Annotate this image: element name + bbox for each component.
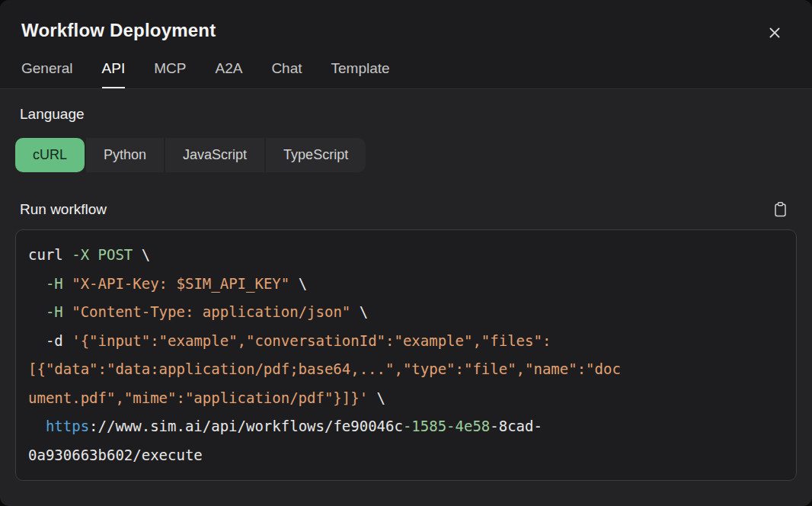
- tab-bar: GeneralAPIMCPA2AChatTemplate: [21, 60, 791, 88]
- tab-api[interactable]: API: [102, 60, 126, 88]
- language-option-javascript[interactable]: JavaScript: [165, 138, 264, 172]
- tab-a2a[interactable]: A2A: [215, 60, 242, 88]
- code-line: -H "Content-Type: application/json" \: [28, 298, 784, 327]
- code-line: curl -X POST \: [28, 241, 784, 270]
- language-option-typescript[interactable]: TypeScript: [266, 138, 366, 172]
- code-line: -d '{"input":"example","conversationId":…: [28, 327, 784, 356]
- close-icon: [766, 24, 783, 41]
- tab-template[interactable]: Template: [331, 60, 390, 88]
- run-workflow-row: Run workflow: [15, 200, 797, 219]
- copy-button[interactable]: [772, 200, 789, 219]
- code-block[interactable]: curl -X POST \ -H "X-API-Key: $SIM_API_K…: [15, 229, 797, 481]
- language-selector: cURLPythonJavaScriptTypeScript: [15, 138, 366, 172]
- dialog-title: Workflow Deployment: [21, 20, 216, 41]
- language-label: Language: [20, 106, 797, 123]
- code-line: ument.pdf","mime":"application/pdf"}]}' …: [28, 384, 784, 413]
- code-line: 0a930663b602/execute: [28, 441, 784, 470]
- tab-mcp[interactable]: MCP: [154, 60, 186, 88]
- clipboard-icon: [773, 201, 788, 217]
- code-line: [{"data":"data:application/pdf;base64,..…: [28, 355, 784, 384]
- language-option-curl[interactable]: cURL: [15, 138, 85, 172]
- close-button[interactable]: [763, 21, 786, 44]
- dialog-header: Workflow Deployment GeneralAPIMCPA2AChat…: [0, 0, 812, 89]
- tab-general[interactable]: General: [21, 60, 73, 88]
- language-option-python[interactable]: Python: [86, 138, 164, 172]
- dialog-content: Language cURLPythonJavaScriptTypeScript …: [0, 89, 812, 506]
- code-line: -H "X-API-Key: $SIM_API_KEY" \: [28, 270, 784, 299]
- code-line: https://www.sim.ai/api/workflows/fe90046…: [28, 412, 784, 441]
- run-workflow-label: Run workflow: [20, 201, 107, 218]
- workflow-deployment-dialog: Workflow Deployment GeneralAPIMCPA2AChat…: [0, 0, 812, 506]
- title-row: Workflow Deployment: [21, 20, 791, 44]
- tab-chat[interactable]: Chat: [271, 60, 302, 88]
